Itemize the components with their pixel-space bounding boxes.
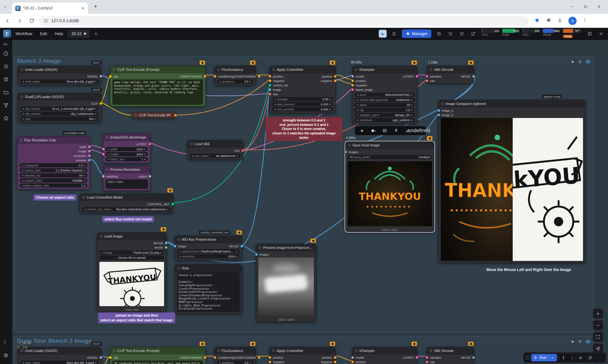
increment-icon[interactable]: ▶	[144, 148, 146, 150]
increment-icon[interactable]: ▶	[237, 155, 239, 157]
node-save-final-image[interactable]: Save Final Imageimagesfilename_prefixCom…	[345, 141, 434, 232]
input-slot-icon[interactable]	[426, 75, 428, 78]
increment-icon[interactable]: ▶	[330, 103, 331, 105]
group-visibility-icon[interactable]	[586, 339, 591, 344]
collapse-dot-icon[interactable]	[106, 168, 108, 171]
output-latent[interactable]: LATENT	[136, 142, 151, 146]
note-text[interactable]: Choose a preprocessor Examples: CannyEdg…	[177, 272, 240, 312]
output-conditioning[interactable]: CONDITIONING	[234, 75, 261, 78]
node-flux-resolution-calc[interactable]: Flux Resolution Calcwidthheightresolutio…	[17, 136, 90, 189]
input-positive[interactable]: positive	[351, 360, 366, 364]
collapse-dot-icon[interactable]	[21, 68, 23, 71]
collapse-dot-icon[interactable]	[429, 349, 432, 352]
input-negative[interactable]: negative	[269, 79, 284, 83]
decrement-icon[interactable]: ◀	[107, 158, 109, 160]
node-fluxguidance[interactable]: FluxGuidanceconditioningCONDITIONING◀gui…	[214, 66, 256, 85]
window-close-icon[interactable]	[597, 4, 601, 10]
address-bar[interactable]: 127.0.0.1:8188	[39, 16, 529, 26]
increment-icon[interactable]: ▶	[330, 108, 331, 110]
node-load-controlnet-model[interactable]: Load ControlNet ModelCONTROL_NET◀control…	[79, 194, 173, 213]
output-slot-icon[interactable]	[99, 75, 102, 78]
input-image-a[interactable]: image_a	[437, 109, 453, 112]
collapse-dot-icon[interactable]	[272, 349, 275, 352]
node-canvas[interactable]: Sketch 2 ImageDraw Your Sketch 2 Image U…	[0, 0, 608, 364]
output-slot-icon[interactable]	[88, 154, 91, 157]
widget-unet-name[interactable]: ◀unet_nameflux1-dev-Q8_0.gguf▶	[20, 79, 99, 83]
output-slot-icon[interactable]	[165, 246, 168, 249]
new-workflow-button[interactable]: +	[94, 31, 97, 37]
input-positive[interactable]: positive	[351, 79, 366, 83]
output-clip[interactable]: CLIP	[91, 102, 102, 105]
widget-input-slot-icon[interactable]	[102, 148, 105, 151]
output-slot-icon[interactable]	[174, 114, 177, 117]
decrement-icon[interactable]: ◀	[107, 153, 109, 155]
node-preview-resolution[interactable]: Preview Resolutionanythingoutput1024 x 1…	[103, 166, 150, 191]
decrement-icon[interactable]: ◀	[22, 179, 23, 182]
extensions-icon[interactable]	[546, 17, 551, 24]
forward-button[interactable]	[15, 16, 24, 25]
collapse-dot-icon[interactable]	[272, 68, 275, 71]
widget-cfg[interactable]: ◀cfg1.0▶	[355, 108, 415, 112]
output-image[interactable]: IMAGE	[461, 75, 475, 78]
increment-icon[interactable]: ▶	[411, 109, 413, 111]
bypass-button[interactable]	[368, 126, 379, 135]
widget-divisible-by[interactable]: ◀divisible_by64▶	[20, 173, 87, 177]
input-samples[interactable]: samples	[426, 356, 441, 359]
output-positive[interactable]: positive	[322, 75, 337, 78]
input-slot-icon[interactable]	[109, 75, 112, 78]
drag-handle-icon[interactable]	[526, 355, 529, 360]
comfyui-logo[interactable]: C	[3, 30, 11, 38]
input-positive[interactable]: positive	[269, 75, 283, 78]
node-unet-loader-gguf[interactable]: Unet Loader (GGUF)MODEL◀unet_nameflux1-d…	[18, 347, 101, 364]
input-conditioning[interactable]: conditioning	[213, 356, 234, 359]
widget-steps[interactable]: ◀steps20▶	[355, 103, 415, 107]
collapse-dot-icon[interactable]	[82, 196, 85, 199]
node-clip-text-encode-prompt[interactable]: CLIP Text Encode (Prompt)clipCONDITIONIN…	[110, 66, 206, 107]
queue-history-icon[interactable]	[2, 49, 10, 58]
widget-batch-size[interactable]: ◀batch_size1▶	[105, 157, 148, 161]
node-aio-aux-preprocessor[interactable]: AIO Aux PreprocessorimageIMAGE◀preproces…	[174, 236, 242, 260]
node-preview-image-from-preprocessor[interactable]: Preview Image from Preprocessorimages102…	[256, 244, 316, 322]
widget-sampler-name[interactable]: ◀sampler_namedpmpp_2m▶	[355, 113, 415, 117]
collapse-dot-icon[interactable]	[113, 68, 115, 71]
output-mask[interactable]: MASK	[155, 246, 168, 249]
output-slot-icon[interactable]	[415, 356, 418, 359]
reload-button[interactable]	[27, 16, 36, 25]
node-ksampler[interactable]: KSamplermodelLATENTpositivenegativelaten…	[352, 66, 417, 124]
workflows-folder-icon[interactable]	[2, 88, 10, 97]
output-output[interactable]: output	[139, 175, 151, 178]
theme-toggle-icon[interactable]: ☾	[2, 338, 10, 347]
input-image-b[interactable]: image_b	[437, 113, 453, 117]
widget-guidance[interactable]: ◀guidance3.5▶	[217, 361, 253, 364]
input-latent-image[interactable]: latent_image	[351, 88, 373, 91]
increment-icon[interactable]: ▶	[95, 118, 97, 120]
output-slot-icon[interactable]	[171, 203, 174, 206]
group-toggle-icon[interactable]	[578, 339, 582, 344]
input-slot-icon[interactable]	[351, 75, 354, 78]
bookmark-icon[interactable]	[390, 30, 398, 38]
frame-button[interactable]	[379, 126, 390, 135]
output-slot-icon[interactable]	[334, 361, 337, 363]
output-slot-icon[interactable]	[258, 356, 261, 359]
decrement-icon[interactable]: ◀	[101, 251, 103, 254]
output-control-net[interactable]: CONTROL_NET	[147, 202, 174, 206]
increment-icon[interactable]: ▶	[95, 361, 97, 364]
node-emptysd3latentimage[interactable]: EmptySD3LatentImageLATENT◀width1024▶◀hei…	[103, 133, 150, 163]
delete-button[interactable]: undefined	[413, 126, 425, 135]
decrement-icon[interactable]: ◀	[84, 208, 86, 210]
input-slot-icon[interactable]	[269, 361, 271, 363]
input-slot-icon[interactable]	[351, 88, 354, 91]
browser-tab[interactable]: C *20-22 - ComfyUI	[12, 3, 88, 14]
widget-end-percent[interactable]: ◀end_percent0.300▶	[272, 107, 333, 111]
workflow-tab[interactable]: 20-22	[67, 30, 90, 38]
input-samples[interactable]: samples	[426, 75, 441, 78]
widget-image[interactable]: ◀imageThank-you2 (1).png▶	[99, 250, 164, 255]
input-slot-icon[interactable]	[351, 79, 354, 82]
output-slot-icon[interactable]	[240, 245, 243, 248]
input-vae[interactable]: vae	[426, 79, 435, 83]
queue-list-button[interactable]	[586, 354, 594, 361]
node-unet-loader-gguf[interactable]: Unet Loader (GGUF)MODEL◀unet_nameflux1-d…	[18, 66, 101, 85]
settings-gear-icon[interactable]: ⚙	[2, 351, 10, 360]
input-model[interactable]: model	[351, 75, 364, 78]
manager-button[interactable]: Manager	[402, 29, 431, 38]
